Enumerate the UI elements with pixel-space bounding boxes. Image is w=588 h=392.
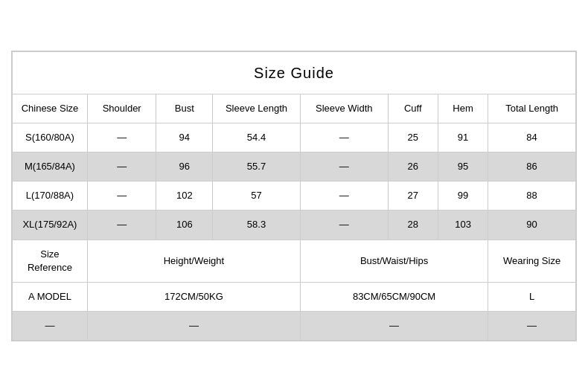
hem-xl: 103 xyxy=(438,211,488,240)
header-sleeve-width: Sleeve Width xyxy=(300,94,388,123)
table-row: L(170/88A) — 102 57 — 27 99 88 xyxy=(13,181,576,211)
ref-wearing-size: Wearing Size xyxy=(488,240,576,282)
ref-bust-waist-hips: Bust/Waist/Hips xyxy=(300,240,488,282)
model-bust-waist-hips: 83CM/65CM/90CM xyxy=(300,282,488,311)
last-col1: — xyxy=(13,312,88,341)
size-s: S(160/80A) xyxy=(13,123,88,152)
header-total-length: Total Length xyxy=(488,94,576,123)
size-reference-row: Size Reference Height/Weight Bust/Waist/… xyxy=(13,240,576,282)
total-l: 88 xyxy=(488,181,576,211)
table-row: S(160/80A) — 94 54.4 — 25 91 84 xyxy=(13,123,576,152)
bust-s: 94 xyxy=(156,123,213,152)
table-title: Size Guide xyxy=(13,51,576,94)
size-l: L(170/88A) xyxy=(13,181,88,211)
shoulder-xl: — xyxy=(87,211,156,240)
sleeve-length-l: 57 xyxy=(213,181,301,211)
sleeve-length-xl: 58.3 xyxy=(213,211,301,240)
bust-l: 102 xyxy=(156,181,213,211)
header-sleeve-length: Sleeve Length xyxy=(213,94,301,123)
shoulder-m: — xyxy=(87,152,156,181)
ref-height-weight: Height/Weight xyxy=(87,240,300,282)
shoulder-s: — xyxy=(87,123,156,152)
sleeve-length-s: 54.4 xyxy=(213,123,301,152)
header-cuff: Cuff xyxy=(388,94,438,123)
total-m: 86 xyxy=(488,152,576,181)
hem-l: 99 xyxy=(438,181,488,211)
last-col2: — xyxy=(87,312,300,341)
total-s: 84 xyxy=(488,123,576,152)
sleeve-width-l: — xyxy=(300,181,388,211)
header-hem: Hem xyxy=(438,94,488,123)
cuff-l: 27 xyxy=(388,181,438,211)
size-guide-container: Size Guide Chinese Size Shoulder Bust Sl… xyxy=(11,51,577,342)
ref-label: Size Reference xyxy=(13,240,88,282)
total-xl: 90 xyxy=(488,211,576,240)
size-m: M(165/84A) xyxy=(13,152,88,181)
header-row: Chinese Size Shoulder Bust Sleeve Length… xyxy=(13,94,576,123)
model-height-weight: 172CM/50KG xyxy=(87,282,300,311)
header-bust: Bust xyxy=(156,94,213,123)
sleeve-width-m: — xyxy=(300,152,388,181)
bust-xl: 106 xyxy=(156,211,213,240)
last-col3: — xyxy=(300,312,488,341)
title-row: Size Guide xyxy=(13,51,576,94)
model-wearing-size: L xyxy=(488,282,576,311)
sleeve-width-s: — xyxy=(300,123,388,152)
sleeve-width-xl: — xyxy=(300,211,388,240)
header-chinese-size: Chinese Size xyxy=(13,94,88,123)
table-row: M(165/84A) — 96 55.7 — 26 95 86 xyxy=(13,152,576,181)
sleeve-length-m: 55.7 xyxy=(213,152,301,181)
header-shoulder: Shoulder xyxy=(87,94,156,123)
hem-s: 91 xyxy=(438,123,488,152)
hem-m: 95 xyxy=(438,152,488,181)
last-row: — — — — xyxy=(13,312,576,341)
cuff-xl: 28 xyxy=(388,211,438,240)
cuff-s: 25 xyxy=(388,123,438,152)
table-row: XL(175/92A) — 106 58.3 — 28 103 90 xyxy=(13,211,576,240)
model-label: A MODEL xyxy=(13,282,88,311)
last-col4: — xyxy=(488,312,576,341)
bust-m: 96 xyxy=(156,152,213,181)
shoulder-l: — xyxy=(87,181,156,211)
model-row: A MODEL 172CM/50KG 83CM/65CM/90CM L xyxy=(13,282,576,311)
cuff-m: 26 xyxy=(388,152,438,181)
size-xl: XL(175/92A) xyxy=(13,211,88,240)
